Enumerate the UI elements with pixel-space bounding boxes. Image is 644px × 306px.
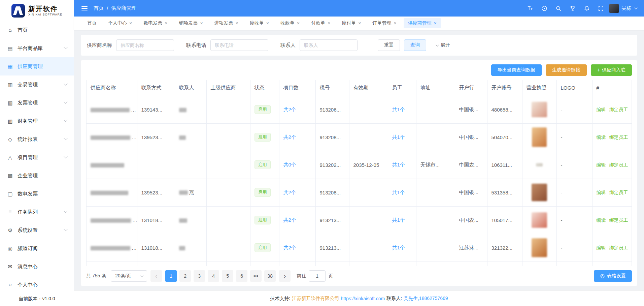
bind-staff-link[interactable]: 绑定员工 (609, 217, 628, 223)
export-button[interactable]: 导出当前查询数据 (491, 64, 542, 76)
business-license-image[interactable] (532, 102, 547, 117)
log-link[interactable]: 日志 (632, 217, 632, 223)
tab-payment[interactable]: 付款单× (307, 18, 335, 28)
query-button[interactable]: 查询 (404, 39, 426, 51)
tab-receipt[interactable]: 收款单× (276, 18, 304, 28)
add-supplier-button[interactable]: + 供应商入驻 (591, 64, 632, 76)
edit-link[interactable]: 编辑 (597, 190, 606, 195)
close-icon[interactable]: × (297, 21, 300, 26)
font-size-icon[interactable] (527, 5, 533, 11)
bind-staff-link[interactable]: 绑定员工 (609, 190, 628, 195)
sidebar-item-digital-invoice[interactable]: ▢数电发票 (0, 185, 74, 203)
log-link[interactable]: 日志 (632, 245, 632, 250)
staff-count-link[interactable]: 共1个 (392, 162, 405, 167)
goto-page-input[interactable] (309, 270, 326, 282)
business-license-image[interactable] (532, 212, 547, 228)
edit-link[interactable]: 编辑 (597, 134, 606, 140)
contact-phone-input[interactable] (210, 39, 268, 51)
page-button-4[interactable]: 4 (208, 270, 219, 282)
sidebar-item-task-queue[interactable]: ≡任务队列 (0, 203, 74, 221)
close-icon[interactable]: × (129, 21, 132, 26)
sidebar-item-home[interactable]: ⌂首页 (0, 21, 74, 39)
business-license-image[interactable] (532, 127, 547, 147)
log-link[interactable]: 日志 (632, 134, 632, 140)
page-size-select[interactable]: 20条/页 (111, 270, 147, 282)
sidebar-item-trade-mgmt[interactable]: ▥交易管理 (0, 75, 74, 94)
page-button-2[interactable]: 2 (179, 270, 191, 282)
staff-count-link[interactable]: 共1个 (392, 217, 405, 223)
staff-count-link[interactable]: 共1个 (392, 106, 405, 112)
sidebar-item-supplier-mgmt[interactable]: ▦供应商管理 (0, 57, 74, 75)
invite-link-button[interactable]: 生成邀请链接 (546, 64, 587, 76)
tab-payable[interactable]: 应付单× (337, 18, 365, 28)
bind-staff-link[interactable]: 绑定员工 (609, 162, 628, 167)
bind-staff-link[interactable]: 绑定员工 (609, 107, 628, 112)
close-icon[interactable]: × (394, 21, 397, 26)
projects-count-link[interactable]: 共2个 (283, 134, 296, 140)
sidebar-item-stats-report[interactable]: ◇统计报表 (0, 130, 74, 148)
sidebar-item-channel-subscribe[interactable]: ◎频道订阅 (0, 239, 74, 257)
tab-sales-invoice[interactable]: 销项发票× (174, 18, 207, 28)
staff-count-link[interactable]: 共1个 (392, 245, 405, 250)
tab-purchase-invoice[interactable]: 进项发票× (210, 18, 243, 28)
menu-toggle-icon[interactable] (81, 6, 88, 10)
close-icon[interactable]: × (165, 21, 167, 26)
log-link[interactable]: 日志 (632, 107, 632, 112)
contact-person-input[interactable] (300, 39, 358, 51)
projects-count-link[interactable]: 共0个 (283, 162, 296, 167)
user-menu[interactable]: 吴栋 (609, 4, 637, 13)
bell-icon[interactable] (584, 5, 590, 11)
reset-button[interactable]: 重置 (378, 39, 400, 51)
next-page-button[interactable]: › (279, 270, 291, 282)
sidebar-item-message-center[interactable]: ✉消息中心 (0, 257, 74, 276)
sidebar-item-platform-catalog[interactable]: ▤平台商品库 (0, 39, 74, 57)
contact-phone-link[interactable]: 吴先生,18862757669 (404, 296, 448, 302)
search-icon[interactable] (555, 5, 562, 11)
page-button-6[interactable]: 6 (236, 270, 247, 282)
edit-link[interactable]: 编辑 (597, 217, 606, 223)
projects-count-link[interactable]: 共2个 (283, 189, 296, 195)
business-license-image[interactable] (532, 184, 547, 201)
page-button-38[interactable]: 38 (264, 270, 276, 282)
sidebar-item-personal-center[interactable]: ○个人中心 (0, 276, 74, 294)
bind-staff-link[interactable]: 绑定员工 (609, 245, 628, 250)
tab-digital-invoice[interactable]: 数电发票× (139, 18, 172, 28)
log-link[interactable]: 日志 (632, 162, 632, 167)
tab-supplier-mgmt[interactable]: 供应商管理× (404, 18, 441, 28)
supplier-name-input[interactable] (116, 39, 174, 51)
staff-count-link[interactable]: 共1个 (392, 189, 405, 195)
sidebar-item-system-settings[interactable]: ⚙系统设置 (0, 221, 74, 239)
prev-page-button[interactable]: ‹ (150, 270, 162, 282)
sidebar-item-finance-mgmt[interactable]: ▨财务管理 (0, 112, 74, 130)
page-button-1[interactable]: 1 (165, 270, 177, 282)
page-button-5[interactable]: 5 (222, 270, 233, 282)
edit-link[interactable]: 编辑 (597, 162, 606, 167)
avatar[interactable] (609, 4, 619, 13)
projects-count-link[interactable]: 共2个 (283, 106, 296, 112)
sidebar-item-project-mgmt[interactable]: △项目管理 (0, 148, 74, 166)
close-icon[interactable]: × (200, 21, 203, 26)
sidebar-item-enterprise-mgmt[interactable]: ▩企业管理 (0, 166, 74, 185)
disc-icon[interactable] (541, 5, 547, 11)
projects-count-link[interactable]: 共2个 (283, 217, 296, 223)
expand-toggle[interactable]: 展开 (436, 42, 450, 48)
tab-order-mgmt[interactable]: 订单管理× (368, 18, 401, 28)
website-link[interactable]: https://xinkaisoft.com (341, 296, 385, 301)
sidebar-item-invoice-mgmt[interactable]: ▧发票管理 (0, 94, 74, 112)
business-license-image[interactable] (536, 163, 543, 166)
edit-link[interactable]: 编辑 (597, 245, 606, 250)
staff-count-link[interactable]: 共1个 (392, 134, 405, 140)
edit-link[interactable]: 编辑 (597, 107, 606, 112)
log-link[interactable]: 日志 (632, 190, 632, 195)
bind-staff-link[interactable]: 绑定员工 (609, 134, 628, 140)
page-ellipsis-button[interactable]: ••• (250, 270, 262, 282)
fullscreen-icon[interactable] (598, 5, 604, 11)
table-settings-button[interactable]: 表格设置 (594, 270, 632, 282)
trophy-icon[interactable] (570, 5, 576, 11)
close-icon[interactable]: × (434, 21, 437, 26)
company-link[interactable]: 江苏新开软件有限公司 (292, 296, 339, 302)
tab-home[interactable]: 首页 (83, 18, 101, 28)
tab-personal-center[interactable]: 个人中心× (104, 18, 136, 28)
breadcrumb-home[interactable]: 首页 (94, 5, 104, 11)
tab-receivable[interactable]: 应收单× (245, 18, 273, 28)
